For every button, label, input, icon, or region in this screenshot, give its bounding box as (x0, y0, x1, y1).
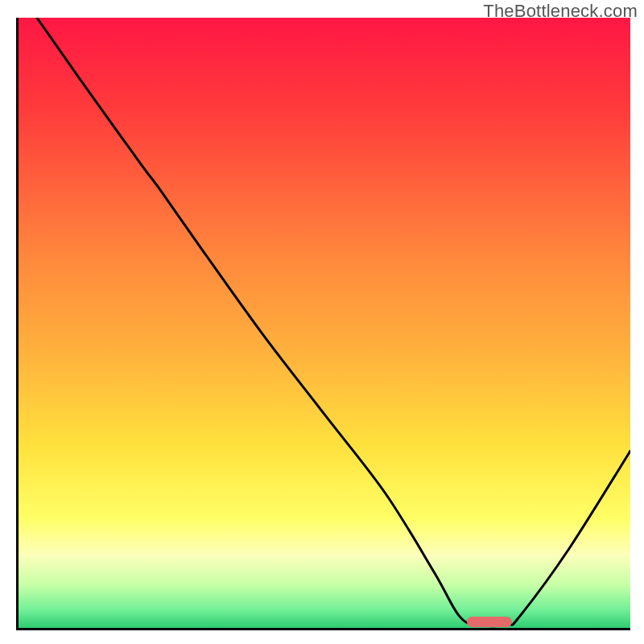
watermark-text: TheBottleneck.com (483, 1, 638, 22)
bottleneck-curve (19, 18, 630, 628)
plot-area (16, 18, 630, 630)
chart-container: TheBottleneck.com (0, 0, 644, 644)
optimal-marker (467, 617, 512, 628)
